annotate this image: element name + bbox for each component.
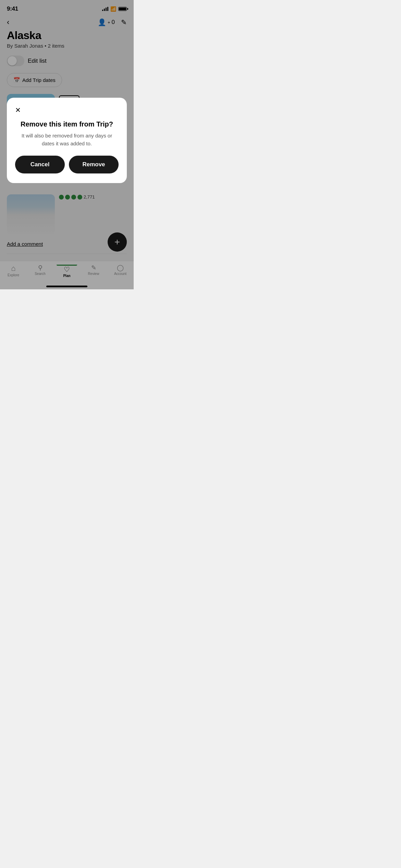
- modal-close-button[interactable]: ✕: [15, 106, 119, 114]
- cancel-button[interactable]: Cancel: [15, 156, 65, 173]
- modal-body: It will also be removed from any days or…: [15, 132, 119, 147]
- remove-button[interactable]: Remove: [69, 156, 119, 173]
- remove-item-modal: ✕ Remove this item from Trip? It will al…: [7, 98, 127, 183]
- modal-title: Remove this item from Trip?: [15, 120, 119, 129]
- modal-buttons: Cancel Remove: [15, 156, 119, 173]
